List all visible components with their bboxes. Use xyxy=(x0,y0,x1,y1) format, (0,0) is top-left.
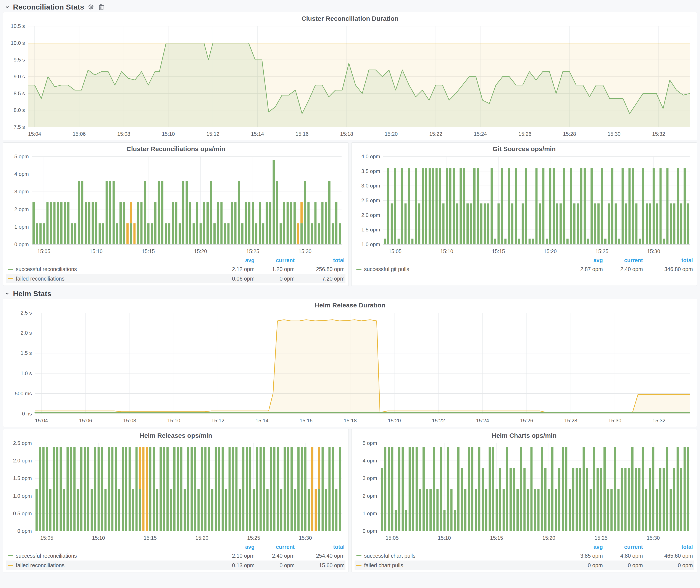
legend-total-value: 256.80 opm xyxy=(295,266,345,272)
svg-text:0.5 opm: 0.5 opm xyxy=(13,510,32,516)
svg-text:15:15: 15:15 xyxy=(492,248,505,254)
svg-text:15:12: 15:12 xyxy=(211,418,224,423)
panel-title[interactable]: Helm Charts ops/min xyxy=(355,431,694,440)
legend-header-total[interactable]: total xyxy=(295,257,345,263)
legend-header-avg[interactable]: avg xyxy=(563,544,603,550)
svg-text:9.0 s: 9.0 s xyxy=(14,74,25,79)
panel-cluster-reconciliations-opm: Cluster Reconciliations ops/min 15:0515:… xyxy=(3,142,349,286)
legend-row-successful-reconciliations: successful reconciliations 2.10 opm 2.40… xyxy=(6,551,345,561)
legend-row-successful-git-pulls: successful git pulls 2.87 opm 2.40 opm 3… xyxy=(355,264,694,274)
panel-title[interactable]: Helm Releases ops/min xyxy=(6,431,345,440)
legend-series-name: successful reconciliations xyxy=(16,266,77,272)
legend: avg current total successful reconciliat… xyxy=(6,543,345,570)
section-header-helm-stats[interactable]: Helm Stats xyxy=(3,288,697,299)
svg-text:4.0 opm: 4.0 opm xyxy=(361,153,380,159)
section-title[interactable]: Helm Stats xyxy=(13,289,52,298)
legend: avg current total successful chart pulls… xyxy=(355,543,694,570)
svg-text:5 opm: 5 opm xyxy=(363,440,377,446)
trash-icon[interactable] xyxy=(98,3,105,11)
legend-series-name: failed reconciliations xyxy=(16,276,65,282)
svg-text:3 opm: 3 opm xyxy=(363,475,377,481)
svg-text:15:28: 15:28 xyxy=(563,131,576,137)
legend-header-current[interactable]: current xyxy=(603,544,643,550)
legend-total-value: 15.60 opm xyxy=(295,562,345,569)
svg-text:10.0 s: 10.0 s xyxy=(11,40,25,46)
svg-text:2.5 opm: 2.5 opm xyxy=(361,197,380,203)
legend-header-row: avg current total xyxy=(355,543,694,551)
svg-text:15:15: 15:15 xyxy=(144,535,157,541)
svg-text:15:05: 15:05 xyxy=(389,248,402,254)
cluster-reconciliations-opm-chart[interactable]: 15:0515:1015:1515:2015:2515:305 opm4 opm… xyxy=(6,153,345,255)
svg-text:3.5 opm: 3.5 opm xyxy=(361,168,380,174)
helm-release-duration-chart[interactable]: 15:0415:0615:0815:1015:1215:1415:1615:18… xyxy=(6,310,694,425)
helm-releases-opm-chart[interactable]: 15:0515:1015:1515:2015:2515:302.5 opm2.0… xyxy=(6,440,345,542)
svg-text:1 opm: 1 opm xyxy=(14,224,29,230)
legend-header-current[interactable]: current xyxy=(255,544,295,550)
section-header-reconciliation-stats[interactable]: Reconciliation Stats xyxy=(3,2,697,12)
legend-series-name: successful reconciliations xyxy=(16,553,77,559)
svg-text:2 opm: 2 opm xyxy=(363,493,377,499)
legend-header-current[interactable]: current xyxy=(603,257,643,263)
svg-text:15:25: 15:25 xyxy=(595,535,608,541)
svg-text:1.0 opm: 1.0 opm xyxy=(13,493,32,499)
svg-text:3 opm: 3 opm xyxy=(14,189,29,194)
svg-text:15:30: 15:30 xyxy=(608,131,621,137)
legend-header-row: avg current total xyxy=(6,256,345,264)
legend-avg-value: 3.85 opm xyxy=(563,553,603,559)
legend-current-value: 2.40 opm xyxy=(603,266,643,272)
legend-row-failed-reconciliations: failed reconciliations 0.13 opm 0 opm 15… xyxy=(6,561,345,570)
svg-text:1.5 s: 1.5 s xyxy=(21,350,32,356)
helm-charts-opm-chart[interactable]: 15:0515:1015:1515:2015:2515:305 opm4 opm… xyxy=(355,440,694,542)
gear-icon[interactable] xyxy=(87,3,95,11)
svg-text:15:20: 15:20 xyxy=(385,131,398,137)
panel-title[interactable]: Cluster Reconciliation Duration xyxy=(6,14,694,23)
svg-text:15:05: 15:05 xyxy=(37,248,50,254)
panel-title[interactable]: Helm Release Duration xyxy=(6,301,694,310)
panel-title[interactable]: Cluster Reconciliations ops/min xyxy=(6,144,345,153)
legend-avg-value: 0.13 opm xyxy=(215,562,255,569)
svg-text:0 opm: 0 opm xyxy=(17,528,32,534)
legend-header-row: avg current total xyxy=(6,543,345,551)
git-sources-opm-chart[interactable]: 15:0515:1015:1515:2015:2515:304.0 opm3.5… xyxy=(355,153,694,255)
svg-text:15:32: 15:32 xyxy=(652,131,665,137)
svg-text:1.0 opm: 1.0 opm xyxy=(361,241,380,247)
svg-text:2.0 opm: 2.0 opm xyxy=(13,458,32,464)
panel-title[interactable]: Git Sources ops/min xyxy=(355,144,694,153)
legend-header-avg[interactable]: avg xyxy=(215,544,255,550)
series-color-dash xyxy=(8,565,13,566)
svg-text:15:08: 15:08 xyxy=(117,131,130,137)
legend: avg current total successful git pulls 2… xyxy=(355,256,694,274)
legend-series-name: failed reconciliations xyxy=(16,562,65,569)
legend-header-avg[interactable]: avg xyxy=(215,257,255,263)
svg-text:0 opm: 0 opm xyxy=(14,241,29,247)
svg-text:15:30: 15:30 xyxy=(608,418,621,423)
svg-text:15:08: 15:08 xyxy=(123,418,136,423)
legend-header-avg[interactable]: avg xyxy=(563,257,603,263)
series-color-dash xyxy=(356,269,361,270)
svg-text:5 opm: 5 opm xyxy=(14,153,29,159)
chevron-down-icon[interactable] xyxy=(4,4,10,10)
svg-text:15:25: 15:25 xyxy=(246,248,259,254)
legend-current-value: 0 opm xyxy=(603,562,643,569)
panel-helm-release-duration: Helm Release Duration 15:0415:0615:0815:… xyxy=(3,299,697,427)
legend-header-total[interactable]: total xyxy=(643,257,694,263)
legend-header-total[interactable]: total xyxy=(295,544,345,550)
svg-text:15:24: 15:24 xyxy=(476,418,489,423)
svg-text:1 opm: 1 opm xyxy=(363,510,377,516)
svg-text:2 opm: 2 opm xyxy=(14,206,29,212)
svg-text:15:20: 15:20 xyxy=(544,248,557,254)
section-title[interactable]: Reconciliation Stats xyxy=(13,3,84,11)
svg-text:15:10: 15:10 xyxy=(90,248,103,254)
chevron-down-icon[interactable] xyxy=(4,291,10,296)
legend-header-current[interactable]: current xyxy=(255,257,295,263)
legend-row-failed-chart-pulls: failed chart pulls 0 opm 0 opm 0 opm xyxy=(355,561,694,570)
legend-avg-value: 2.10 opm xyxy=(215,553,255,559)
legend-avg-value: 0.06 opm xyxy=(215,276,255,282)
svg-text:2.5 opm: 2.5 opm xyxy=(13,440,32,446)
svg-text:0 ns: 0 ns xyxy=(22,411,32,417)
cluster-reconciliation-duration-chart[interactable]: 15:0415:0615:0815:1015:1215:1415:1615:18… xyxy=(6,23,694,138)
legend-header-total[interactable]: total xyxy=(643,544,694,550)
svg-text:15:25: 15:25 xyxy=(595,248,608,254)
svg-text:15:26: 15:26 xyxy=(520,418,533,423)
series-color-dash xyxy=(8,278,13,279)
